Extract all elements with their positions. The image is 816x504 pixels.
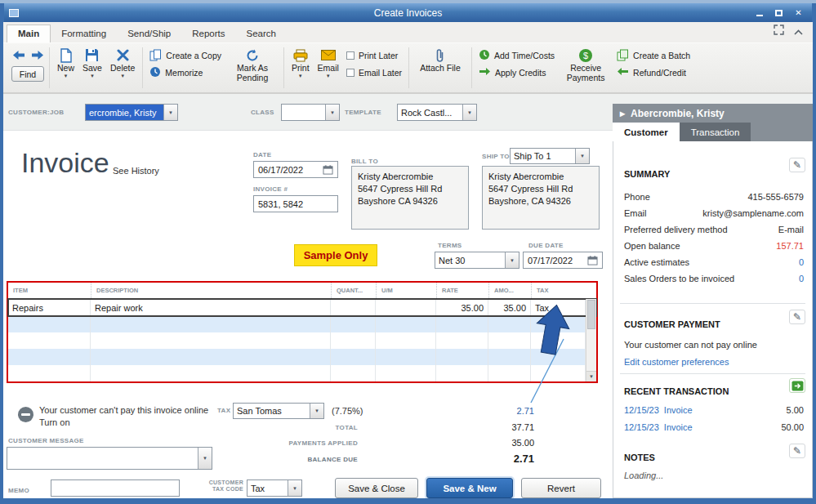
empty-cell[interactable] — [331, 316, 376, 332]
checkbox-icon[interactable] — [346, 69, 354, 77]
ship-to-address[interactable]: Kristy Abercrombie 5647 Cypress Hill Rd … — [482, 166, 600, 230]
empty-cell[interactable] — [91, 365, 331, 381]
transaction-date-link[interactable]: 12/15/23 — [624, 404, 659, 417]
chevron-down-icon[interactable]: ▼ — [325, 105, 339, 120]
chevron-down-icon[interactable]: ▼ — [505, 252, 519, 268]
empty-cell[interactable] — [488, 316, 531, 332]
table-row-empty[interactable] — [8, 349, 596, 365]
calendar-icon[interactable] — [323, 165, 333, 175]
tab-send-ship[interactable]: Send/Ship — [117, 25, 181, 42]
cell-description[interactable]: Repair work — [91, 299, 331, 316]
empty-cell[interactable] — [531, 332, 586, 349]
empty-cell[interactable] — [8, 316, 91, 332]
maximize-button[interactable] — [773, 7, 785, 18]
email-later-checkbox[interactable]: Email Later — [346, 66, 402, 79]
transaction-row[interactable]: 12/15/23 Invoice 50.00 — [624, 421, 804, 434]
add-time-costs-button[interactable]: Add Time/Costs — [479, 49, 555, 62]
chevron-down-icon[interactable]: ▼ — [310, 404, 323, 418]
scrollbar-thumb[interactable] — [587, 300, 595, 329]
empty-cell[interactable] — [8, 332, 91, 349]
template-select[interactable]: Rock Castl... ▼ — [397, 104, 477, 121]
empty-cell[interactable] — [91, 316, 331, 332]
chevron-down-icon[interactable]: ▼ — [462, 105, 476, 120]
active-estimates-link[interactable]: 0 — [799, 256, 804, 269]
new-button[interactable]: New▼ — [53, 46, 78, 80]
memorize-button[interactable]: Memorize — [149, 66, 221, 79]
edit-pencil-icon[interactable]: ✎ — [789, 158, 805, 172]
edit-pencil-icon[interactable]: ✎ — [789, 310, 805, 324]
customer-job-select[interactable]: ercrombie, Kristy ▼ — [85, 104, 178, 121]
transaction-type-link[interactable]: Invoice — [664, 404, 693, 417]
print-later-checkbox[interactable]: Print Later — [346, 49, 402, 62]
edit-pencil-icon[interactable]: ✎ — [789, 444, 805, 458]
chevron-down-icon[interactable]: ▼ — [198, 448, 212, 469]
empty-cell[interactable] — [91, 332, 331, 349]
empty-cell[interactable] — [488, 332, 531, 349]
table-row[interactable]: Repairs Repair work 35.00 35.00 Tax — [8, 299, 596, 316]
empty-cell[interactable] — [376, 349, 436, 365]
sales-orders-link[interactable]: 0 — [799, 272, 804, 285]
cell-tax[interactable]: Tax — [531, 299, 586, 316]
edit-preferences-link[interactable]: Edit customer preferences — [624, 355, 804, 368]
empty-cell[interactable] — [531, 316, 586, 332]
empty-cell[interactable] — [376, 365, 436, 381]
close-button[interactable]: ✕ — [792, 7, 805, 18]
apply-credits-button[interactable]: Apply Credits — [479, 66, 555, 79]
class-select[interactable]: ▼ — [281, 104, 340, 121]
minimize-button[interactable] — [753, 7, 765, 18]
customer-message-select[interactable]: ▼ — [7, 447, 212, 470]
refund-credit-button[interactable]: Refund/Credit — [617, 66, 690, 79]
expand-window-icon[interactable] — [774, 24, 784, 38]
back-button[interactable] — [13, 48, 25, 63]
delete-button[interactable]: Delete▼ — [106, 46, 139, 80]
tax-select[interactable]: San Tomas ▼ — [233, 403, 324, 419]
mark-as-pending-button[interactable]: Mark As Pending — [225, 46, 280, 84]
empty-cell[interactable] — [8, 365, 91, 381]
save-button[interactable]: Save▼ — [78, 46, 106, 80]
checkbox-icon[interactable] — [346, 51, 354, 60]
due-date-input[interactable]: 07/17/2022 — [523, 252, 603, 269]
cell-amount[interactable]: 35.00 — [488, 299, 531, 316]
customer-tax-code-select[interactable]: Tax ▼ — [247, 479, 302, 497]
turn-on-link[interactable]: Turn on — [39, 417, 70, 427]
create-batch-button[interactable]: Create a Batch — [617, 49, 690, 62]
empty-cell[interactable] — [331, 365, 376, 381]
transaction-date-link[interactable]: 12/15/23 — [624, 421, 659, 434]
cell-um[interactable] — [376, 299, 436, 316]
revert-button[interactable]: Revert — [521, 478, 601, 498]
transaction-icon[interactable] — [789, 378, 805, 393]
chevron-down-icon[interactable]: ▼ — [575, 149, 589, 163]
empty-cell[interactable] — [331, 332, 376, 349]
customer-panel-header[interactable]: ▸ Abercrombie, Kristy — [613, 104, 813, 123]
find-button[interactable]: Find — [11, 66, 44, 82]
memo-input[interactable] — [51, 479, 180, 497]
ship-to-select[interactable]: Ship To 1 ▼ — [510, 148, 590, 164]
email-button[interactable]: Email▼ — [314, 46, 343, 80]
cell-item[interactable]: Repairs — [8, 299, 91, 316]
cell-rate[interactable]: 35.00 — [436, 299, 488, 316]
empty-cell[interactable] — [376, 332, 436, 349]
empty-cell[interactable] — [376, 316, 436, 332]
collapse-ribbon-icon[interactable] — [794, 24, 803, 38]
empty-cell[interactable] — [436, 316, 488, 332]
empty-cell[interactable] — [488, 365, 531, 381]
scroll-down-arrow-icon[interactable]: ▼ — [586, 371, 596, 381]
chevron-down-icon[interactable]: ▼ — [288, 480, 301, 496]
attach-file-button[interactable]: Attach File — [412, 46, 468, 74]
table-row-empty[interactable] — [8, 316, 596, 332]
create-copy-button[interactable]: Create a Copy — [149, 49, 221, 62]
empty-cell[interactable] — [8, 349, 91, 365]
save-new-button[interactable]: Save & New — [426, 478, 513, 498]
table-scrollbar[interactable]: ▼ — [586, 299, 596, 381]
print-button[interactable]: Print▼ — [288, 46, 314, 80]
table-row-empty[interactable] — [8, 332, 596, 349]
empty-cell[interactable] — [436, 365, 488, 381]
empty-cell[interactable] — [91, 349, 331, 365]
date-input[interactable]: 06/17/2022 — [253, 161, 338, 178]
empty-cell[interactable] — [436, 332, 488, 349]
invoice-number-input[interactable]: 5831, 5842 — [253, 195, 338, 212]
calendar-icon[interactable] — [587, 256, 598, 265]
tab-formatting[interactable]: Formatting — [51, 25, 117, 42]
empty-cell[interactable] — [531, 349, 586, 365]
cell-quantity[interactable] — [331, 299, 376, 316]
